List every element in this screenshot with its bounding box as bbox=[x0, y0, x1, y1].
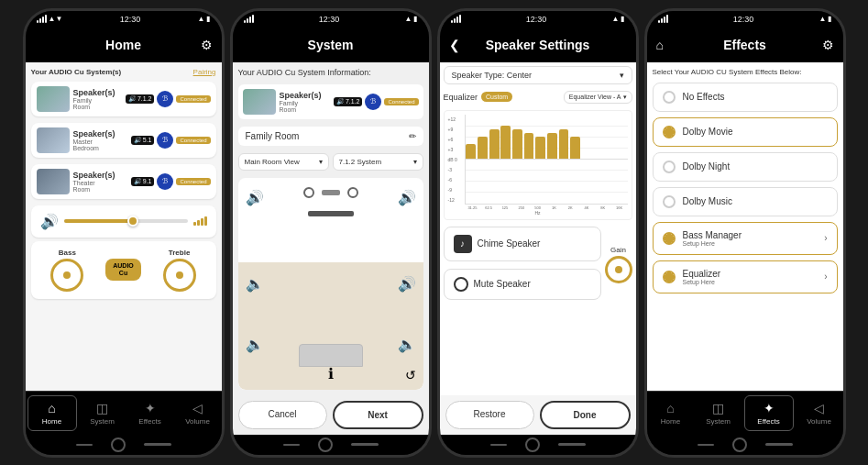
room-name-row[interactable]: Family Room ✏ bbox=[238, 127, 423, 146]
system-dropdown[interactable]: 7.1.2 System ▾ bbox=[333, 153, 423, 171]
eff-nav-effects[interactable]: ✦ Effects bbox=[744, 395, 794, 431]
ss-status-right: ▲ ▮ bbox=[612, 15, 625, 23]
mute-speaker-btn[interactable]: Mute Speaker bbox=[444, 269, 601, 300]
sys-bar-3 bbox=[249, 17, 251, 23]
phone-home: ▲▼ 12:30 ▲ ▮ Home ⚙ Your AUDIO Cu System… bbox=[23, 8, 225, 458]
signal-bar-4 bbox=[45, 15, 47, 23]
edit-icon[interactable]: ✏ bbox=[409, 131, 416, 141]
bass-manager-arrow[interactable]: › bbox=[824, 233, 827, 243]
radio-equalizer[interactable] bbox=[663, 271, 676, 283]
bluetooth-badge-1: ℬ bbox=[157, 91, 173, 107]
radio-no-effects[interactable] bbox=[663, 91, 676, 104]
radio-dolby-music[interactable] bbox=[663, 195, 676, 208]
home-section-header: Your AUDIO Cu System(s) Pairing bbox=[31, 68, 216, 76]
system-bottom-btns: Cancel Next bbox=[233, 395, 429, 435]
volume-row: 🔊 bbox=[31, 205, 216, 238]
treble-knob[interactable] bbox=[163, 259, 196, 292]
sys-bar-2 bbox=[247, 18, 248, 23]
view-dropdown-label: Main Room View bbox=[245, 158, 300, 166]
radio-dolby-night[interactable] bbox=[663, 161, 676, 173]
sys-bt-badge: ℬ bbox=[365, 94, 381, 110]
speaker-type-dropdown[interactable]: Speaker Type: Center ▾ bbox=[444, 66, 632, 84]
eq-y-12: +12 bbox=[448, 116, 465, 122]
speaker-card-2[interactable]: Speaker(s) MasterBedroom 🔊 5.1 ℬ Connect… bbox=[31, 123, 216, 158]
eq-bar-1 bbox=[478, 137, 488, 159]
vol-b4 bbox=[204, 216, 207, 226]
ss-time: 12:30 bbox=[526, 15, 547, 24]
treble-label: Treble bbox=[169, 249, 191, 257]
sys-bar-4 bbox=[252, 15, 254, 23]
effect-dolby-music[interactable]: Dolby Music bbox=[653, 187, 838, 216]
pairing-label[interactable]: Pairing bbox=[193, 68, 216, 76]
ceiling-lights bbox=[303, 187, 358, 198]
volume-nav-label: Volume bbox=[185, 417, 210, 426]
mute-icon bbox=[454, 277, 468, 292]
speaker-card-3[interactable]: Speaker(s) TheaterRoom 🔊 9.1 ℬ Connected bbox=[31, 164, 216, 199]
nav-effects[interactable]: ✦ Effects bbox=[126, 392, 174, 435]
effect-dolby-night[interactable]: Dolby Night bbox=[653, 152, 838, 182]
eff-nav-system[interactable]: ◫ System bbox=[695, 392, 742, 435]
speaker-info-1: Speaker(s) FamilyRoom bbox=[73, 88, 122, 110]
radio-bass-manager[interactable] bbox=[663, 232, 676, 245]
eff-nav-volume[interactable]: ◁ Volume bbox=[796, 392, 843, 435]
sys-hw-back bbox=[283, 444, 300, 446]
eff-home-label: Home bbox=[661, 417, 680, 426]
home-icon-effects[interactable]: ⌂ bbox=[656, 38, 664, 52]
center-info-icon: ℹ bbox=[328, 365, 334, 382]
light-row bbox=[303, 187, 358, 198]
done-button[interactable]: Done bbox=[540, 401, 631, 429]
settings-icon[interactable]: ⚙ bbox=[201, 38, 213, 52]
chime-speaker-btn[interactable]: ♪ Chime Speaker bbox=[444, 227, 601, 261]
eq-y-n12: -12 bbox=[448, 197, 465, 203]
effects-header: ⌂ Effects ⚙ bbox=[647, 28, 843, 62]
ss-bottom-btns: Restore Done bbox=[440, 395, 636, 435]
sys-hw-home bbox=[318, 437, 333, 452]
sys-hw-nav bbox=[233, 435, 429, 455]
speaker-card-1[interactable]: Speaker(s) FamilyRoom 🔊 7.1.2 ℬ Connecte… bbox=[31, 82, 216, 116]
view-dropdown[interactable]: Main Room View ▾ bbox=[238, 153, 329, 171]
bass-knob[interactable] bbox=[50, 259, 83, 292]
nav-home[interactable]: ⌂ Home bbox=[27, 395, 77, 431]
eff-volume-label: Volume bbox=[807, 417, 831, 426]
bluetooth-badge-3: ℬ bbox=[157, 173, 173, 190]
hw-back bbox=[76, 444, 93, 446]
effect-dolby-movie[interactable]: Dolby Movie bbox=[653, 117, 838, 147]
speaker-icon-sm-3: 🔊 bbox=[134, 178, 142, 185]
phone-speaker-settings: 12:30 ▲ ▮ ❮ Speaker Settings Speaker Typ… bbox=[437, 8, 639, 458]
effect-bass-manager[interactable]: Bass Manager Setup Here › bbox=[653, 222, 838, 255]
sys-speaker-info: Speaker(s) FamilyRoom bbox=[280, 91, 330, 113]
eq-y-n3: -3 bbox=[448, 167, 465, 172]
speaker-name-3: Speaker(s) bbox=[73, 171, 127, 180]
sys-info-label: Your AUDIO Cu System Information: bbox=[238, 68, 423, 77]
sys-bar-1 bbox=[244, 20, 246, 23]
next-button[interactable]: Next bbox=[333, 401, 423, 429]
gain-knob[interactable] bbox=[605, 256, 632, 283]
effects-settings-icon[interactable]: ⚙ bbox=[822, 38, 834, 52]
ss-bar-2 bbox=[454, 18, 456, 23]
treble-knob-container: Treble bbox=[163, 249, 196, 292]
gain-label: Gain bbox=[610, 246, 626, 254]
cancel-button[interactable]: Cancel bbox=[238, 401, 327, 429]
effect-no-effects[interactable]: No Effects bbox=[653, 83, 838, 112]
speaker-controls-3: 🔊 9.1 ℬ Connected bbox=[131, 173, 211, 190]
chime-mute-btns: ♪ Chime Speaker Mute Speaker bbox=[444, 227, 601, 304]
equalizer-arrow[interactable]: › bbox=[824, 271, 827, 282]
ss-hw-nav bbox=[440, 435, 636, 455]
system-header: System bbox=[233, 28, 429, 62]
hz-label: Hz bbox=[448, 210, 628, 216]
effect-equalizer[interactable]: Equalizer Setup Here › bbox=[653, 260, 838, 293]
sys-status-badge: Connected bbox=[384, 98, 418, 105]
rear-right-speaker-icon: 🔈 bbox=[398, 336, 416, 353]
nav-volume[interactable]: ◁ Volume bbox=[174, 392, 222, 435]
back-icon[interactable]: ❮ bbox=[449, 38, 460, 52]
eff-nav-home[interactable]: ⌂ Home bbox=[647, 392, 695, 435]
nav-system[interactable]: ◫ System bbox=[79, 392, 126, 435]
speaker-icon-sm-2: 🔊 bbox=[134, 137, 142, 144]
dolby-movie-label: Dolby Movie bbox=[683, 127, 828, 137]
restore-button[interactable]: Restore bbox=[445, 401, 534, 429]
home-nav-label: Home bbox=[42, 417, 61, 426]
volume-slider[interactable] bbox=[64, 219, 188, 223]
radio-dolby-movie[interactable] bbox=[663, 126, 676, 138]
eq-view-dropdown[interactable]: Equalizer View - A ▾ bbox=[564, 91, 632, 104]
signal-bar-2 bbox=[39, 18, 41, 23]
